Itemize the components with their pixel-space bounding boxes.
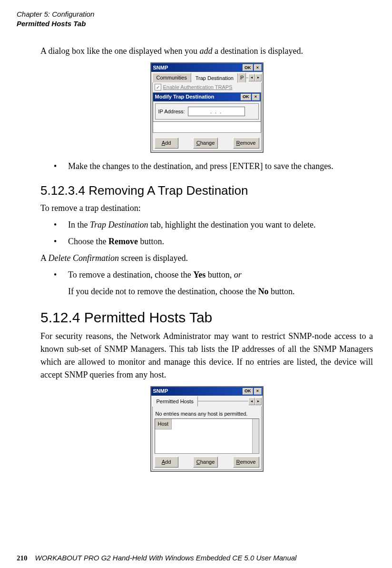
change-button[interactable]: Change bbox=[193, 138, 218, 149]
ip-label: IP Address: bbox=[158, 108, 185, 116]
bullet-yes: To remove a destination, choose the Yes … bbox=[68, 269, 373, 281]
modify-title: Modify Trap Destination bbox=[155, 93, 240, 101]
heading-51234: 5.12.3.4 Removing A Trap Destination bbox=[40, 181, 373, 200]
bullet-icon: • bbox=[54, 235, 59, 248]
ph-info-text: No entries means any host is permitted. bbox=[155, 408, 259, 419]
sub-no: If you decide not to remove the destinat… bbox=[68, 285, 373, 298]
host-column-header[interactable]: Host bbox=[155, 419, 172, 429]
tab-scroll-left[interactable]: ◂ bbox=[248, 74, 255, 81]
snmp-titlebar: SNMP OK × bbox=[151, 63, 263, 72]
ph-titlebar: SNMP OK × bbox=[151, 387, 263, 396]
modify-ok-button[interactable]: OK bbox=[241, 94, 251, 100]
header-section: Permitted Hosts Tab bbox=[17, 19, 375, 29]
ip-input[interactable]: . . . bbox=[188, 107, 245, 117]
tab-scroll-right[interactable]: ▸ bbox=[255, 74, 262, 81]
txt-c: tab, highlight the destination you want … bbox=[148, 220, 316, 229]
checkbox-icon[interactable]: ✓ bbox=[155, 84, 161, 90]
chevron-left-icon: ◂ bbox=[251, 75, 253, 80]
page-footer: 210 WORKABOUT PRO G2 Hand-Held With Wind… bbox=[17, 553, 375, 564]
chevron-right-icon: ▸ bbox=[257, 75, 259, 80]
host-listbox[interactable]: Host bbox=[155, 419, 259, 454]
remove-button[interactable]: Remove bbox=[233, 138, 259, 149]
bullet-icon: • bbox=[54, 269, 59, 281]
ph-tab-scroll-left[interactable]: ◂ bbox=[248, 398, 255, 405]
bullet-choose-remove: Choose the Remove button. bbox=[68, 235, 373, 248]
tab-permitted-hosts[interactable]: Permitted Hosts bbox=[152, 396, 198, 407]
footer-title: WORKABOUT PRO G2 Hand-Held With Windows … bbox=[35, 553, 297, 564]
page-header: Chapter 5: Configuration Permitted Hosts… bbox=[17, 10, 375, 28]
delete-confirm-paragraph: A Delete Confirmation screen is displaye… bbox=[40, 252, 373, 265]
chevron-right-icon: ▸ bbox=[257, 399, 259, 404]
ph-ok-button[interactable]: OK bbox=[243, 388, 253, 395]
heading-5124: 5.12.4 Permitted Hosts Tab bbox=[40, 307, 373, 328]
txt-a: In the bbox=[68, 220, 90, 229]
snmp-trap-dialog: SNMP OK × Communities Trap Destination P… bbox=[150, 62, 264, 153]
ph-close-icon[interactable]: × bbox=[254, 388, 262, 395]
auth-checkbox-row: ✓ Enable Authentication TRAPS bbox=[153, 82, 261, 92]
ph-tabs-row: Permitted Hosts ◂ ▸ bbox=[152, 397, 262, 406]
permitted-hosts-dialog: SNMP OK × Permitted Hosts ◂ ▸ No entries… bbox=[150, 386, 264, 472]
header-chapter: Chapter 5: Configuration bbox=[17, 10, 375, 19]
bullet-make-changes: Make the changes to the destination, and… bbox=[68, 160, 373, 173]
tabs-row: Communities Trap Destination P ◂ ▸ bbox=[152, 73, 262, 82]
close-icon[interactable]: × bbox=[254, 64, 262, 71]
remove-intro: To remove a trap destination: bbox=[40, 202, 373, 215]
permitted-paragraph: For security reasons, the Network Admini… bbox=[40, 330, 373, 381]
ph-title: SNMP bbox=[153, 387, 242, 395]
bullet-icon: • bbox=[54, 219, 59, 231]
ok-button[interactable]: OK bbox=[243, 64, 253, 71]
modify-titlebar: Modify Trap Destination OK × bbox=[153, 93, 261, 101]
page-number: 210 bbox=[17, 553, 28, 564]
chevron-left-icon: ◂ bbox=[251, 399, 253, 404]
tab-p[interactable]: P bbox=[238, 73, 246, 82]
ph-add-button[interactable]: Add bbox=[155, 457, 178, 468]
add-button[interactable]: Add bbox=[155, 138, 178, 149]
intro-paragraph: A dialog box like the one displayed when… bbox=[40, 45, 373, 58]
intro-b: add bbox=[199, 46, 212, 56]
ph-remove-button[interactable]: Remove bbox=[233, 457, 259, 468]
snmp-title: SNMP bbox=[153, 64, 242, 72]
ph-tab-scroll-right[interactable]: ▸ bbox=[255, 398, 262, 405]
checkbox-label: Enable Authentication TRAPS bbox=[163, 83, 233, 91]
tab-trap-destination[interactable]: Trap Destination bbox=[191, 73, 238, 83]
bullet-icon: • bbox=[54, 160, 59, 173]
txt-b: Trap Destination bbox=[90, 220, 148, 229]
ph-change-button[interactable]: Change bbox=[193, 457, 218, 468]
modify-close-icon[interactable]: × bbox=[252, 94, 260, 100]
tab-communities[interactable]: Communities bbox=[152, 73, 191, 82]
intro-c: a destination is displayed. bbox=[212, 46, 303, 56]
listbox-scrollbar[interactable] bbox=[252, 419, 259, 453]
intro-a: A dialog box like the one displayed when… bbox=[40, 46, 199, 56]
modify-trap-dialog: Modify Trap Destination OK × IP Address:… bbox=[153, 92, 261, 122]
bullet-in-trap: In the Trap Destination tab, highlight t… bbox=[68, 219, 373, 231]
